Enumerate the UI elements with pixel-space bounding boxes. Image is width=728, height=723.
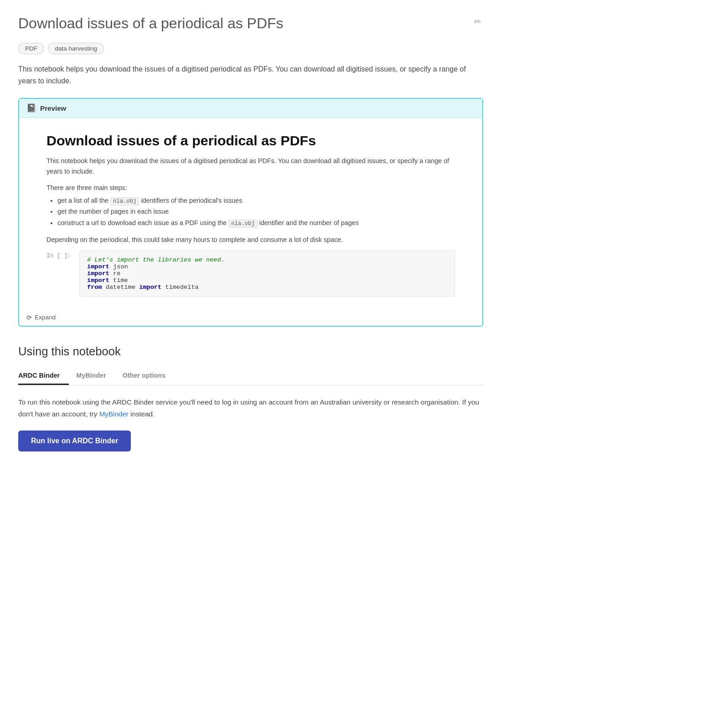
preview-notebook-description: This notebook helps you download the iss… [46, 156, 455, 177]
tab-content-after: instead. [130, 410, 155, 418]
preview-steps-list: get a list of all the nla.obj identifier… [46, 195, 455, 229]
cell-label: In [ ]: [46, 251, 74, 259]
step-3-code: nla.obj [228, 220, 257, 228]
tab-mybinder[interactable]: MyBinder [76, 367, 115, 385]
preview-label: Preview [40, 104, 66, 112]
preview-box: 📓 Preview Download issues of a periodica… [18, 98, 483, 327]
mybinder-link[interactable]: MyBinder [99, 410, 129, 418]
run-ardc-binder-button[interactable]: Run live on ARDC Binder [18, 431, 131, 451]
expand-label: Expand [35, 314, 56, 321]
step-3-before: construct a url to download each issue a… [57, 219, 228, 226]
step-1-after: identifiers of the periodical's issues [141, 197, 242, 204]
notebook-icon: 📓 [26, 103, 36, 113]
code-plain-re: re [109, 270, 120, 277]
code-comment-1: # Let's import the libraries we need. [87, 256, 225, 263]
code-kw-import-3: import [87, 277, 109, 284]
preview-warning: Depending on the periodical, this could … [46, 236, 455, 243]
page-header: Download issues of a periodical as PDFs … [18, 15, 483, 32]
tab-ardc-binder[interactable]: ARDC Binder [18, 367, 69, 385]
code-kw-import-1: import [87, 263, 109, 270]
step-1-code: nla.obj [110, 197, 139, 205]
edit-icon[interactable]: ✏ [472, 15, 483, 29]
section-title: Using this notebook [18, 345, 483, 358]
code-kw-from: from [87, 284, 102, 291]
expand-link[interactable]: ⟳ Expand [19, 309, 482, 326]
step-2: get the number of pages in each issue [57, 206, 455, 217]
preview-header: 📓 Preview [19, 99, 482, 118]
step-2-text: get the number of pages in each issue [57, 208, 169, 215]
tabs-container: ARDC Binder MyBinder Other options [18, 367, 483, 385]
preview-steps-intro: There are three main steps: [46, 184, 455, 191]
preview-content: Download issues of a periodical as PDFs … [19, 118, 482, 309]
code-plain-time: time [109, 277, 128, 284]
code-line-1: # Let's import the libraries we need. [87, 256, 447, 263]
code-line-4: import time [87, 277, 447, 284]
code-plain-json: json [109, 263, 128, 270]
tab-other-options[interactable]: Other options [123, 367, 175, 385]
code-kw-import-2: import [87, 270, 109, 277]
using-notebook-section: Using this notebook ARDC Binder MyBinder… [18, 345, 483, 452]
preview-notebook-title: Download issues of a periodical as PDFs [46, 133, 455, 149]
page-title: Download issues of a periodical as PDFs [18, 15, 284, 32]
tab-content-before: To run this notebook using the ARDC Bind… [18, 398, 479, 418]
tag-data-harvesting[interactable]: data harvesting [48, 43, 104, 54]
code-plain-datetime: datetime [102, 284, 139, 291]
code-line-2: import json [87, 263, 447, 270]
code-block: # Let's import the libraries we need. im… [79, 251, 455, 297]
step-1-before: get a list of all the [57, 197, 110, 204]
tags-container: PDF data harvesting [18, 43, 483, 54]
page-description: This notebook helps you download the iss… [18, 63, 483, 87]
step-3-after: identifier and the number of pages [259, 219, 359, 226]
code-plain-timedelta: timedelta [161, 284, 199, 291]
tab-content-text: To run this notebook using the ARDC Bind… [18, 396, 483, 420]
expand-icon: ⟳ [26, 314, 32, 321]
tag-pdf[interactable]: PDF [18, 43, 44, 54]
code-kw-import-4: import [139, 284, 161, 291]
code-line-5: from datetime import timedelta [87, 284, 447, 291]
code-line-3: import re [87, 270, 447, 277]
step-1: get a list of all the nla.obj identifier… [57, 195, 455, 206]
step-3: construct a url to download each issue a… [57, 217, 455, 229]
code-cell: In [ ]: # Let's import the libraries we … [46, 251, 455, 297]
